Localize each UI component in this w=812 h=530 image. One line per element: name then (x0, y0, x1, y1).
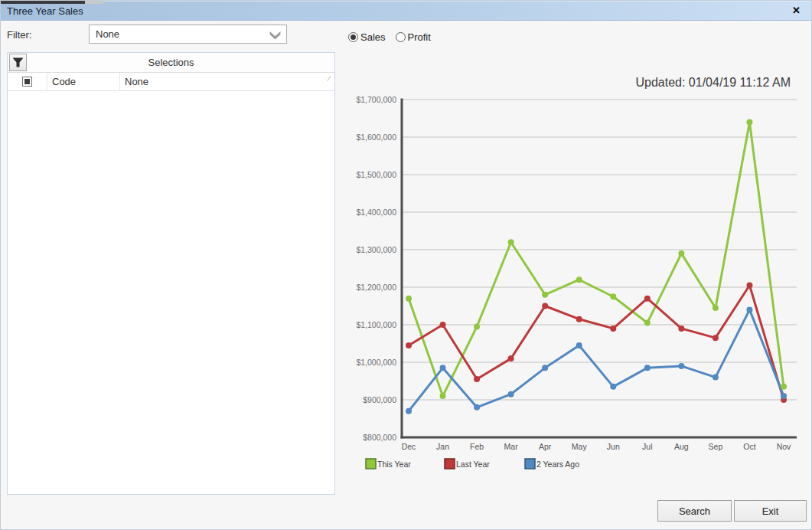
svg-text:$1,300,000: $1,300,000 (356, 245, 396, 254)
close-icon[interactable]: ✕ (792, 5, 801, 16)
selections-panel: Selections Code None ∕ (7, 52, 335, 495)
window-title: Three Year Sales (7, 5, 83, 17)
radio-profit[interactable]: Profit (396, 31, 431, 43)
select-all-checkbox[interactable] (8, 73, 47, 90)
filter-dropdown[interactable]: None (89, 25, 287, 44)
filter-funnel-button[interactable] (9, 54, 27, 71)
selections-column-header-row: Code None ∕ (8, 73, 334, 91)
svg-text:$1,400,000: $1,400,000 (356, 208, 396, 217)
column-header-none[interactable]: None ∕ (120, 73, 334, 90)
radio-sales-label: Sales (360, 31, 386, 43)
svg-text:2 Years Ago: 2 Years Ago (536, 460, 579, 469)
three-year-sales-chart: $800,000$900,000$1,000,000$1,100,000$1,2… (353, 93, 801, 479)
radio-icon (396, 32, 406, 42)
window-top-tab-edge (85, 1, 103, 4)
svg-text:Last Year: Last Year (456, 460, 490, 469)
radio-profit-label: Profit (408, 31, 431, 43)
selections-panel-header: Selections (8, 53, 334, 73)
title-bar[interactable]: Three Year Sales ✕ (1, 1, 811, 21)
search-button[interactable]: Search (657, 500, 732, 522)
chevron-down-icon (269, 31, 281, 40)
column-header-none-label: None (125, 76, 148, 87)
svg-text:$900,000: $900,000 (363, 395, 396, 404)
funnel-icon (12, 57, 24, 67)
svg-text:$800,000: $800,000 (363, 433, 396, 442)
sort-indicator-icon[interactable]: ∕ (328, 74, 330, 83)
svg-text:$1,100,000: $1,100,000 (356, 320, 396, 329)
svg-text:Aug: Aug (674, 442, 689, 451)
svg-text:$1,700,000: $1,700,000 (356, 95, 396, 104)
svg-text:Nov: Nov (777, 442, 791, 451)
svg-text:Jan: Jan (436, 442, 449, 451)
svg-text:$1,600,000: $1,600,000 (356, 132, 396, 142)
radio-icon (348, 32, 358, 42)
radio-sales[interactable]: Sales (348, 31, 386, 43)
selections-header-label: Selections (8, 53, 334, 72)
svg-text:May: May (572, 442, 588, 451)
window-top-tab (1, 1, 85, 4)
svg-text:$1,200,000: $1,200,000 (356, 283, 396, 292)
svg-text:Mar: Mar (504, 442, 519, 451)
svg-text:Sep: Sep (709, 442, 723, 451)
metric-radio-group: Sales Profit (348, 31, 431, 43)
svg-text:Feb: Feb (470, 442, 484, 451)
app-window: Three Year Sales ✕ Filter: None Sales Pr… (0, 0, 812, 530)
updated-timestamp: Updated: 01/04/19 11:12 AM (635, 76, 791, 90)
filter-dropdown-value: None (96, 28, 119, 40)
svg-text:Dec: Dec (402, 442, 416, 451)
line-chart-canvas: $800,000$900,000$1,000,000$1,100,000$1,2… (353, 93, 801, 479)
svg-text:$1,000,000: $1,000,000 (356, 358, 396, 367)
svg-text:Jul: Jul (642, 442, 652, 451)
checkbox-indeterminate-icon (22, 77, 32, 87)
exit-button[interactable]: Exit (734, 500, 807, 522)
column-header-code[interactable]: Code (47, 73, 120, 90)
svg-text:Jun: Jun (607, 442, 620, 451)
svg-text:Apr: Apr (539, 442, 552, 451)
svg-text:This Year: This Year (377, 460, 411, 469)
svg-text:Oct: Oct (743, 442, 755, 451)
svg-text:$1,500,000: $1,500,000 (356, 170, 396, 179)
filter-label: Filter: (7, 29, 32, 41)
